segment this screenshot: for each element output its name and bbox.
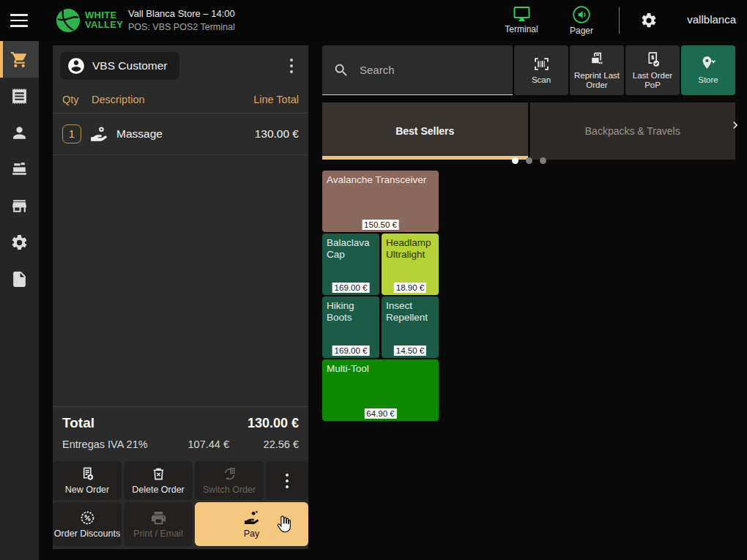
product-name: Insect Repellent xyxy=(386,300,428,323)
order-header: VBS Customer xyxy=(53,45,308,86)
reprint-label: Reprint Last Order xyxy=(571,71,622,90)
reprint-icon xyxy=(588,51,606,69)
brand-logo-icon xyxy=(56,8,81,33)
pager-icon xyxy=(572,5,591,24)
order-totals: Total 130.00 € Entregas IVA 21% 107.44 €… xyxy=(53,406,308,457)
sidebar-item-store[interactable] xyxy=(0,187,39,224)
product-name: Balaclava Cap xyxy=(327,237,370,260)
barcode-icon xyxy=(532,55,551,73)
gear-icon xyxy=(10,234,29,252)
top-bar: WHITE VALLEY Vall Blanca Store – 14:00 P… xyxy=(0,0,747,41)
product-grid: Avalanche Transceiver 150.50 € Balaclava… xyxy=(322,171,439,421)
product-price: 169.00 € xyxy=(332,346,370,356)
chevron-right-icon[interactable] xyxy=(728,118,743,132)
printer-icon xyxy=(150,509,167,526)
tax-base: 107.44 € xyxy=(149,438,229,450)
search-input[interactable] xyxy=(360,64,505,76)
pay-button[interactable]: Pay xyxy=(195,502,308,546)
document-icon xyxy=(10,270,29,288)
customer-selector[interactable]: VBS Customer xyxy=(60,52,179,80)
order-actions: New Order Delete Order Switch Order xyxy=(53,457,308,549)
product-name: Multi-Tool xyxy=(327,363,369,374)
storefront-icon xyxy=(10,197,29,215)
order-line-list xyxy=(53,155,308,406)
carousel-dot-1[interactable] xyxy=(512,157,519,164)
product-tile-balaclava-cap[interactable]: Balaclava Cap 169.00 € xyxy=(322,234,379,295)
tab-best-sellers[interactable]: Best Sellers xyxy=(322,102,528,160)
sidebar-item-documents[interactable] xyxy=(0,261,39,297)
last-order-pop-label: Last Order PoP xyxy=(627,71,678,90)
store-label: Store xyxy=(698,75,718,85)
order-line-massage[interactable]: 1 Massage 130.00 € xyxy=(53,113,308,155)
product-tile-avalanche-transceiver[interactable]: Avalanche Transceiver 150.50 € xyxy=(322,171,439,232)
scan-button[interactable]: Scan xyxy=(514,45,568,95)
brand-logo-text: WHITE VALLEY xyxy=(85,10,123,29)
pos-app: WHITE VALLEY Vall Blanca Store – 14:00 P… xyxy=(0,0,747,560)
product-tile-insect-repellent[interactable]: Insect Repellent 14.50 € xyxy=(382,296,439,358)
scan-label: Scan xyxy=(532,75,551,85)
product-name: Avalanche Transceiver xyxy=(327,174,426,185)
product-tile-multi-tool[interactable]: Multi-Tool 64.90 € xyxy=(322,359,439,421)
tax-amount: 22.56 € xyxy=(229,438,299,450)
service-icon xyxy=(89,124,108,143)
new-order-button[interactable]: New Order xyxy=(53,461,122,500)
customer-name: VBS Customer xyxy=(92,59,168,72)
search-icon xyxy=(333,62,349,78)
product-price: 150.50 € xyxy=(362,220,399,230)
pager-label: Pager xyxy=(570,26,593,36)
sidebar-item-customers[interactable] xyxy=(0,114,39,151)
hamburger-menu-icon[interactable] xyxy=(10,14,28,27)
tab-backpacks-travels[interactable]: Backpacks & Travels xyxy=(530,102,736,160)
trash-icon xyxy=(150,466,167,482)
last-order-pop-button[interactable]: Last Order PoP xyxy=(625,45,680,95)
terminal-monitor-icon xyxy=(512,5,532,23)
order-discounts-button[interactable]: Order Discounts xyxy=(53,502,122,546)
carousel-dot-2[interactable] xyxy=(526,157,532,164)
order-more-button[interactable] xyxy=(282,56,301,75)
kebab-icon xyxy=(290,59,293,73)
delete-order-button[interactable]: Delete Order xyxy=(124,461,193,500)
receipt-icon xyxy=(10,87,29,105)
pos-terminal-name: POS: VBS POS2 Terminal xyxy=(128,22,235,32)
settings-gear-icon[interactable] xyxy=(640,12,658,29)
sidebar-item-sales[interactable] xyxy=(0,41,39,78)
carousel-dots xyxy=(322,157,735,164)
username[interactable]: vallblanca xyxy=(687,13,736,26)
search-field[interactable] xyxy=(322,45,513,95)
line-qty-badge: 1 xyxy=(62,124,81,143)
order-panel: VBS Customer Qty Description Line Total … xyxy=(53,45,308,549)
carousel-dot-3[interactable] xyxy=(540,157,546,164)
sidebar-item-register[interactable] xyxy=(0,151,39,187)
discount-badge-icon xyxy=(79,509,96,526)
pager-button[interactable]: Pager xyxy=(558,5,605,36)
sidebar xyxy=(0,41,39,560)
product-tile-headlamp-ultralight[interactable]: Headlamp Ultralight 18.90 € xyxy=(382,234,439,295)
line-total: 130.00 € xyxy=(255,127,299,141)
total-value: 130.00 € xyxy=(248,416,299,431)
product-tile-hiking-boots[interactable]: Hiking Boots 169.00 € xyxy=(322,296,379,358)
switch-order-icon xyxy=(221,466,238,482)
new-order-icon xyxy=(79,466,96,482)
col-qty: Qty xyxy=(62,94,92,105)
tax-label: Entregas IVA 21% xyxy=(62,438,149,450)
product-price: 64.90 € xyxy=(364,408,396,419)
store-selector-button[interactable]: Store xyxy=(681,45,735,95)
store-name-time: Vall Blanca Store – 14:00 xyxy=(128,8,235,19)
product-name: Hiking Boots xyxy=(327,300,354,323)
product-price: 18.90 € xyxy=(394,283,426,293)
reprint-last-order-button[interactable]: Reprint Last Order xyxy=(570,45,624,95)
sidebar-item-settings[interactable] xyxy=(0,224,39,261)
pay-hand-coin-icon xyxy=(243,509,260,526)
total-label: Total xyxy=(62,415,248,431)
cash-register-icon xyxy=(10,160,29,179)
line-description: Massage xyxy=(116,127,163,141)
col-description: Description xyxy=(92,94,253,105)
product-price: 169.00 € xyxy=(332,283,370,293)
print-email-button: Print / Email xyxy=(124,502,193,546)
terminal-button[interactable]: Terminal xyxy=(498,5,545,34)
switch-order-button: Switch Order xyxy=(195,461,264,500)
catalog-toolbar: Scan Reprint Last Order Last Order PoP xyxy=(322,45,735,95)
more-actions-button[interactable] xyxy=(266,461,308,500)
sidebar-item-orders[interactable] xyxy=(0,78,39,114)
col-line-total: Line Total xyxy=(253,94,299,105)
